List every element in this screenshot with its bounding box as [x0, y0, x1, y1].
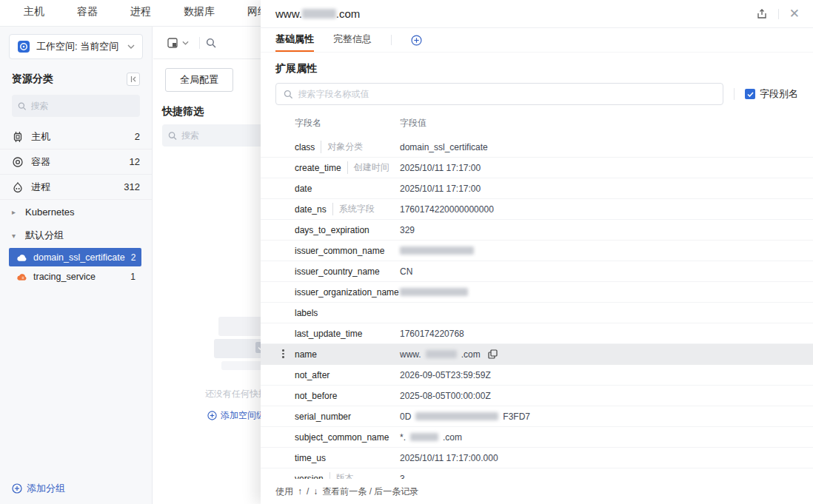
- add-tab-icon[interactable]: [411, 35, 422, 46]
- field-row-days_to_expiration[interactable]: days_to_expiration329: [261, 220, 813, 241]
- field-search-input[interactable]: [298, 89, 715, 99]
- global-config-button[interactable]: 全局配置: [165, 68, 233, 92]
- masked-value-segment: [415, 412, 498, 420]
- sidebar-category-list: 主机2容器12进程312: [0, 124, 152, 200]
- drawer-tab-1[interactable]: 基础属性: [275, 28, 314, 52]
- nav-tab-3[interactable]: 进程: [129, 0, 153, 26]
- row-menu-icon[interactable]: [282, 349, 284, 358]
- sidebar-group-default[interactable]: ▾ 默认分组: [0, 224, 152, 247]
- field-row-date_ns[interactable]: date_ns系统字段1760174220000000000: [261, 199, 813, 220]
- field-value: *..com: [400, 432, 462, 443]
- field-name-text: date: [295, 184, 312, 194]
- category-count: 312: [124, 181, 140, 192]
- drawer-title: www. .com: [275, 7, 360, 20]
- field-row-name[interactable]: namewww..com: [261, 344, 813, 365]
- field-name: date_ns系统字段: [295, 203, 400, 215]
- collapse-panel-icon[interactable]: [127, 73, 140, 86]
- field-row-last_update_time[interactable]: last_update_time1760174220768: [261, 323, 813, 344]
- add-group-label: 添加分组: [27, 482, 65, 495]
- field-row-serial_number[interactable]: serial_number0DF3FD7: [261, 406, 813, 427]
- field-name: last_update_time: [295, 329, 400, 339]
- sidebar-item-domain_ssl_certificate[interactable]: domain_ssl_certificate2: [9, 248, 141, 266]
- cloud-icon: [16, 272, 27, 281]
- field-row-issuer_common_name[interactable]: issuer_common_name: [261, 241, 813, 261]
- workspace-label: 工作空间: 当前空间: [36, 40, 121, 53]
- field-name-text: create_time: [295, 163, 341, 173]
- field-alias-tag: 创建时间: [347, 161, 389, 174]
- field-value: [400, 288, 468, 296]
- copy-icon[interactable]: [488, 349, 498, 359]
- masked-value-segment: [400, 288, 468, 296]
- field-row-issuer_country_name[interactable]: issuer_country_nameCN: [261, 261, 813, 282]
- field-name: create_time创建时间: [295, 161, 400, 174]
- field-value: 2025-08-05T00:00:00Z: [400, 391, 491, 401]
- chevron-right-icon: ▸: [12, 208, 19, 216]
- field-row-subject_common_name[interactable]: subject_common_name*..com: [261, 427, 813, 448]
- nav-tab-2[interactable]: 容器: [76, 0, 99, 26]
- value-text: domain_ssl_certificate: [400, 142, 488, 152]
- workspace-selector[interactable]: 工作空间: 当前空间: [9, 34, 143, 59]
- field-name: not_before: [295, 391, 400, 401]
- field-name: subject_common_name: [295, 432, 400, 443]
- nav-tab-4[interactable]: 数据库: [182, 0, 216, 26]
- category-count: 2: [135, 131, 140, 142]
- export-icon[interactable]: [756, 8, 768, 20]
- search-icon: [18, 101, 27, 111]
- sidebar-item-进程[interactable]: 进程312: [0, 175, 152, 200]
- value-text: *.: [400, 432, 406, 443]
- drawer-tabs: 基础属性完整信息: [261, 28, 813, 53]
- value-text: www.: [400, 349, 421, 360]
- field-row-time_us[interactable]: time_us2025/10/11 17:17:00.000: [261, 448, 813, 468]
- field-search[interactable]: [275, 83, 723, 105]
- cloud-icon: [16, 253, 27, 262]
- field-name: issuer_organization_name: [295, 287, 400, 298]
- sidebar-item-tracing_service[interactable]: tracing_service1: [9, 267, 141, 286]
- sidebar-item-容器[interactable]: 容器12: [0, 149, 152, 175]
- field-value: 2026-09-05T23:59:59Z: [400, 370, 491, 380]
- group-item-count: 2: [131, 252, 136, 263]
- checkbox-checked-icon[interactable]: [745, 89, 755, 99]
- field-value: 0DF3FD7: [400, 411, 530, 422]
- field-name-text: last_update_time: [295, 329, 362, 339]
- sidebar-group-kubernetes[interactable]: ▸ Kubernetes: [0, 200, 152, 224]
- chevron-down-icon: ▾: [12, 232, 19, 240]
- field-name-text: not_after: [295, 370, 329, 380]
- sidebar-item-主机[interactable]: 主机2: [0, 124, 152, 149]
- value-text: 1760174220768: [400, 329, 464, 339]
- field-value: CN: [400, 266, 412, 277]
- category-label: 容器: [31, 155, 50, 169]
- field-value: 1760174220768: [400, 329, 464, 339]
- group-item-label: domain_ssl_certificate: [33, 252, 125, 263]
- field-value: 1760174220000000000: [400, 204, 494, 215]
- value-text: 329: [400, 225, 415, 235]
- column-field-name: 字段名: [295, 117, 400, 130]
- field-alias-toggle[interactable]: 字段别名: [745, 87, 798, 101]
- sidebar-search-input[interactable]: [31, 101, 134, 111]
- field-row-class[interactable]: class对象分类domain_ssl_certificate: [261, 137, 813, 158]
- close-icon[interactable]: ✕: [789, 7, 800, 20]
- host-icon: [12, 131, 24, 143]
- field-row-issuer_organization_name[interactable]: issuer_organization_name: [261, 282, 813, 303]
- field-row-not_after[interactable]: not_after2026-09-05T23:59:59Z: [261, 365, 813, 386]
- chevron-down-icon: [127, 44, 135, 49]
- field-row-not_before[interactable]: not_before2025-08-05T00:00:00Z: [261, 386, 813, 406]
- field-row-labels[interactable]: labels: [261, 303, 813, 323]
- masked-value-segment: [426, 350, 457, 358]
- search-icon[interactable]: [206, 38, 216, 48]
- title-suffix: .com: [336, 7, 361, 20]
- value-text: 2025/10/11 17:17:00.000: [400, 453, 498, 463]
- add-group-button[interactable]: 添加分组: [12, 482, 65, 495]
- field-name-text: name: [295, 349, 317, 360]
- field-name-text: class: [295, 142, 315, 152]
- process-icon: [12, 181, 24, 193]
- view-selector[interactable]: [162, 34, 193, 52]
- nav-tab-1[interactable]: 主机: [22, 0, 46, 26]
- field-name-text: date_ns: [295, 204, 327, 215]
- drawer-tab-2[interactable]: 完整信息: [333, 28, 372, 52]
- tabs-divider: [391, 35, 392, 45]
- field-row-create_time[interactable]: create_time创建时间2025/10/11 17:17:00: [261, 158, 813, 178]
- sidebar-search[interactable]: [12, 95, 140, 117]
- field-row-date[interactable]: date2025/10/11 17:17:00: [261, 178, 813, 199]
- field-value: domain_ssl_certificate: [400, 142, 488, 152]
- title-prefix: www.: [275, 7, 302, 20]
